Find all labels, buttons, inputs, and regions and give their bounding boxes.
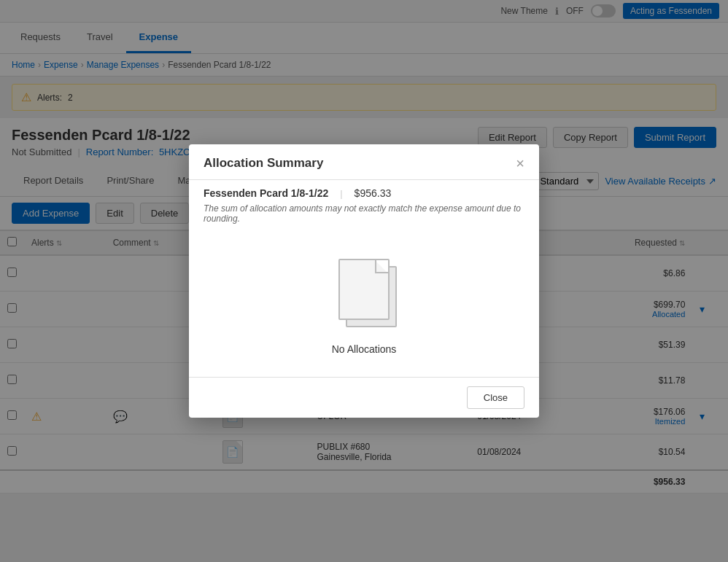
modal-report-name: Fessenden Pcard 1/8-1/22 [204,187,328,199]
no-allocations-label: No Allocations [332,343,397,355]
modal-body: No Allocations [189,231,539,377]
allocation-summary-modal: Allocation Summary × Fessenden Pcard 1/8… [189,144,539,418]
modal-title: Allocation Summary [204,156,323,171]
modal-header: Allocation Summary × [189,144,539,180]
modal-note: The sum of allocation amounts may not ex… [189,202,539,231]
modal-close-button[interactable]: × [516,156,524,171]
no-allocation-icon [331,253,397,326]
modal-footer: Close [189,377,539,418]
modal-close-footer-button[interactable]: Close [467,386,524,409]
modal-amount: $956.33 [355,187,392,199]
modal-subheader: Fessenden Pcard 1/8-1/22 | $956.33 [189,180,539,202]
modal-overlay[interactable]: Allocation Summary × Fessenden Pcard 1/8… [0,0,728,562]
